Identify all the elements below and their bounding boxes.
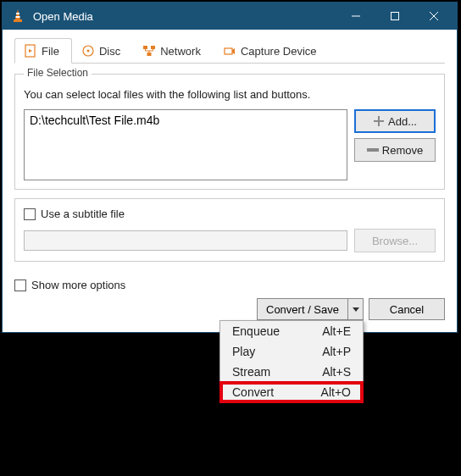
- tab-file[interactable]: File: [14, 38, 72, 64]
- open-media-dialog: Open Media File Disc Network Capture Dev…: [2, 2, 458, 333]
- menu-item-stream[interactable]: Stream Alt+S: [220, 362, 363, 382]
- disc-icon: [81, 44, 95, 58]
- maximize-button[interactable]: [375, 3, 414, 30]
- tab-label: Capture Device: [241, 45, 317, 58]
- svg-rect-19: [374, 120, 384, 122]
- tab-label: File: [42, 45, 59, 58]
- show-more-label: Show more options: [31, 279, 125, 291]
- button-label: Cancel: [390, 303, 424, 316]
- menu-item-enqueue[interactable]: Enqueue Alt+E: [220, 321, 363, 341]
- browse-button: Browse...: [354, 229, 436, 252]
- button-label: Add...: [388, 115, 417, 128]
- titlebar: Open Media: [3, 3, 457, 30]
- menu-shortcut: Alt+O: [321, 385, 351, 399]
- close-button[interactable]: [414, 3, 453, 30]
- menu-shortcut: Alt+E: [322, 324, 351, 338]
- cancel-button[interactable]: Cancel: [369, 298, 445, 320]
- chevron-down-icon: [353, 307, 359, 312]
- tab-capture[interactable]: Capture Device: [214, 38, 330, 64]
- window-title: Open Media: [33, 10, 336, 23]
- subtitle-group: Use a subtitle file Browse...: [14, 198, 445, 262]
- file-list-item[interactable]: D:\techcult\Test File.m4b: [30, 113, 342, 127]
- remove-button[interactable]: Remove: [354, 138, 436, 162]
- plus-icon: [373, 115, 385, 127]
- tab-network[interactable]: Network: [133, 38, 214, 64]
- capture-icon: [223, 44, 236, 58]
- svg-rect-17: [225, 48, 232, 54]
- svg-point-9: [86, 50, 89, 53]
- subtitle-label: Use a subtitle file: [41, 208, 125, 220]
- svg-rect-11: [151, 46, 155, 49]
- menu-shortcut: Alt+S: [322, 365, 351, 379]
- group-legend: File Selection: [24, 67, 92, 79]
- subtitle-checkbox[interactable]: [24, 208, 36, 220]
- svg-rect-2: [14, 19, 22, 22]
- vlc-cone-icon: [9, 8, 26, 25]
- subtitle-path-input: [24, 230, 347, 251]
- file-icon: [24, 44, 37, 58]
- svg-rect-4: [392, 13, 399, 20]
- minus-icon: [367, 148, 379, 152]
- file-list[interactable]: D:\techcult\Test File.m4b: [24, 109, 347, 180]
- svg-rect-10: [143, 46, 147, 49]
- svg-rect-12: [147, 53, 152, 56]
- tab-label: Network: [160, 45, 201, 58]
- svg-rect-1: [16, 16, 20, 18]
- add-button[interactable]: Add...: [354, 109, 436, 133]
- split-main[interactable]: Convert / Save: [258, 299, 347, 319]
- svg-rect-0: [16, 13, 19, 14]
- convert-menu: Enqueue Alt+E Play Alt+P Stream Alt+S Co…: [219, 320, 364, 403]
- menu-label: Enqueue: [232, 324, 280, 338]
- menu-item-convert[interactable]: Convert Alt+O: [220, 382, 363, 402]
- file-selection-group: File Selection You can select local file…: [14, 74, 445, 190]
- hint-text: You can select local files with the foll…: [24, 88, 436, 101]
- show-more-checkbox[interactable]: [14, 280, 26, 291]
- menu-label: Play: [232, 345, 255, 358]
- convert-save-button[interactable]: Convert / Save: [257, 298, 364, 320]
- button-label: Remove: [382, 144, 423, 157]
- network-icon: [142, 44, 156, 58]
- menu-shortcut: Alt+P: [322, 345, 351, 358]
- menu-label: Convert: [232, 385, 274, 399]
- minimize-button[interactable]: [336, 3, 375, 30]
- menu-item-play[interactable]: Play Alt+P: [220, 341, 363, 362]
- tab-bar: File Disc Network Capture Device: [14, 38, 445, 64]
- split-dropdown-arrow[interactable]: [347, 299, 363, 319]
- menu-label: Stream: [232, 365, 270, 379]
- button-label: Browse...: [372, 235, 418, 247]
- dialog-content: File Disc Network Capture Device File Se…: [3, 30, 457, 274]
- tab-label: Disc: [99, 45, 120, 58]
- tab-disc[interactable]: Disc: [72, 38, 133, 64]
- dialog-bottom: Show more options Convert / Save Cancel …: [3, 274, 457, 332]
